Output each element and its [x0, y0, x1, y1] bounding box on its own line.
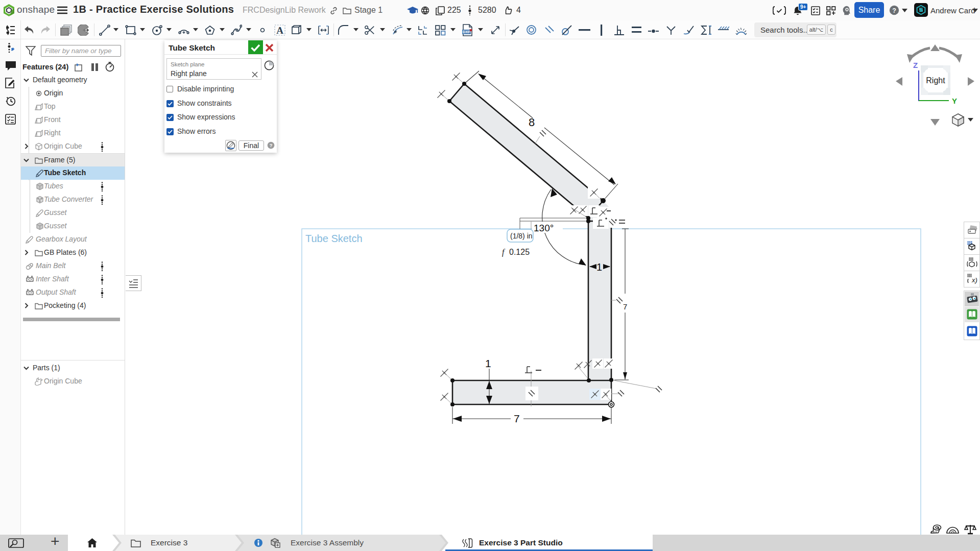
- svg-text:DXF: DXF: [463, 30, 470, 34]
- svg-text:130°: 130°: [534, 223, 554, 233]
- svg-text:x): x): [971, 276, 977, 284]
- svg-text:Tube Sketch: Tube Sketch: [305, 233, 363, 244]
- svg-text:Z: Z: [913, 61, 918, 69]
- svg-text:?: ?: [892, 7, 896, 14]
- svg-text:1: 1: [485, 357, 491, 369]
- svg-text:A: A: [276, 25, 283, 36]
- svg-text:7: 7: [623, 302, 627, 311]
- svg-text:?: ?: [270, 143, 273, 148]
- svg-text:8: 8: [529, 116, 535, 129]
- svg-text:Right: Right: [926, 76, 945, 85]
- svg-text:1: 1: [596, 261, 602, 273]
- svg-text:f: f: [502, 248, 506, 257]
- svg-text:Y: Y: [952, 97, 957, 105]
- svg-text:7: 7: [514, 413, 520, 424]
- svg-text:0.125: 0.125: [509, 248, 530, 256]
- svg-text:(1/8) in: (1/8) in: [510, 232, 533, 240]
